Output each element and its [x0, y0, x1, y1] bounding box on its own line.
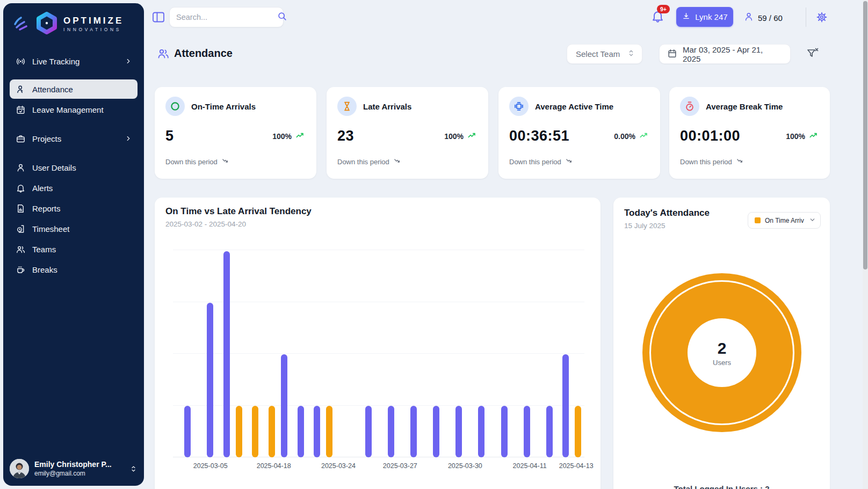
trend-down-icon: [565, 156, 574, 167]
donut-center-label: Users: [713, 359, 731, 367]
date-range-picker[interactable]: Mar 03, 2025 - Apr 21, 2025: [659, 44, 791, 64]
bar-on_time: [524, 406, 530, 457]
notifications-badge: 9+: [657, 5, 670, 13]
trend-up-icon: [295, 130, 306, 142]
chevron-right-icon: [125, 57, 132, 65]
page-scrollbar-thumb[interactable]: [863, 1, 867, 269]
sidebar-item-alerts[interactable]: Alerts: [10, 178, 138, 198]
sidebar-item-user-details[interactable]: User Details: [10, 158, 138, 177]
chevron-right-icon: [125, 135, 132, 142]
stat-delta: 100%: [444, 132, 464, 141]
stat-card-on-time-arrivals: On-Time Arrivals 5 100% Down this period: [155, 87, 316, 179]
x-tick-label: 2025-03-30: [448, 462, 482, 470]
sidebar-item-reports[interactable]: Reports: [10, 199, 138, 218]
bar-on_time: [433, 406, 439, 457]
teams-icon: [15, 244, 26, 254]
profile-menu[interactable]: Emily Christopher P... emily@gmail.com: [10, 459, 138, 478]
stat-title: On-Time Arrivals: [191, 102, 256, 111]
trend-down-icon: [221, 156, 230, 167]
ring-circle-icon: [165, 97, 185, 116]
donut-center: 2 Users: [688, 318, 756, 387]
lynk-button-label: Lynk 247: [695, 12, 727, 21]
bar-group: [290, 406, 312, 457]
bar-on_time: [478, 406, 484, 457]
bar-on_time: [314, 406, 320, 457]
stat-delta: 0.00%: [614, 132, 635, 141]
sidebar-item-leave-management[interactable]: Leave Management: [10, 100, 138, 119]
bar-late: [326, 406, 332, 457]
bar-group: [266, 354, 289, 457]
sidebar-item-timesheet[interactable]: Timesheet: [10, 219, 138, 238]
bar-group: [176, 406, 199, 457]
donut-center-value: 2: [718, 339, 727, 357]
coffee-icon: [15, 264, 26, 275]
attendance-donut-chart: 2 Users: [642, 273, 801, 432]
sidebar-toggle-icon[interactable]: [152, 11, 165, 23]
lynk-download-button[interactable]: Lynk 247: [676, 7, 733, 27]
settings-gear-icon[interactable]: [815, 11, 828, 24]
sidebar-item-projects[interactable]: Projects: [10, 129, 138, 148]
sidebar-item-label: Teams: [32, 245, 56, 254]
sidebar-item-label: User Details: [32, 163, 76, 172]
stat-delta: 100%: [272, 132, 292, 141]
chart-subtitle: 2025-03-02 - 2025-04-20: [165, 220, 246, 228]
bar-group: [538, 406, 561, 457]
trend-up-icon: [639, 130, 649, 142]
search-input[interactable]: [176, 13, 277, 21]
chevron-up-down-icon: [627, 48, 635, 60]
bar-on_time: [546, 406, 553, 457]
search-icon[interactable]: [277, 11, 288, 24]
sidebar-item-attendance[interactable]: Attendance: [10, 79, 138, 99]
team-select-dropdown[interactable]: Select Team: [567, 44, 642, 64]
sidebar-item-label: Leave Management: [32, 105, 104, 114]
profile-name: Emily Christopher P...: [34, 460, 112, 469]
brand-logo: OPTIMIZE INNOVATIONS: [3, 3, 144, 42]
sidebar-item-breaks[interactable]: Breaks: [10, 260, 138, 279]
donut-legend-dropdown[interactable]: On Time Arriv: [748, 212, 821, 229]
stat-footer: Down this period: [680, 158, 732, 166]
bar-on_time: [455, 406, 462, 457]
sidebar-item-label: Timesheet: [32, 224, 69, 233]
attendance-dashboard: OPTIMIZE INNOVATIONS Live Tracking: [0, 0, 868, 489]
stat-value: 23: [337, 128, 354, 144]
today-date: 15 July 2025: [624, 222, 666, 230]
stat-title: Late Arrivals: [363, 102, 411, 111]
bar-on_time: [501, 406, 508, 457]
stat-footer: Down this period: [337, 158, 389, 166]
brand-mark-icon: [12, 14, 30, 34]
bar-group: [493, 406, 516, 457]
hourglass-icon: [337, 97, 357, 116]
layers-icon: [509, 97, 529, 116]
bar-group: [312, 406, 335, 457]
stat-footer: Down this period: [165, 158, 218, 166]
stat-value: 5: [165, 128, 174, 144]
stat-card-late-arrivals: Late Arrivals 23 100% Down this period: [327, 87, 488, 179]
bar-group: [357, 406, 380, 457]
attendance-group-icon: [157, 47, 170, 60]
clear-filter-icon[interactable]: [806, 46, 820, 60]
chevron-up-down-icon: [129, 464, 138, 473]
bar-group: [470, 406, 493, 457]
report-icon: [15, 203, 26, 214]
x-axis-labels: 2025-03-052025-04-182025-03-242025-03-27…: [173, 462, 584, 472]
sidebar-item-live-tracking[interactable]: Live Tracking: [10, 52, 138, 71]
page-title: Attendance: [174, 47, 233, 60]
stat-title: Average Break Time: [706, 102, 783, 111]
stat-footer: Down this period: [509, 158, 561, 166]
topbar-divider: [806, 8, 806, 27]
bar-group: [402, 406, 425, 457]
bar-on_time: [281, 354, 287, 457]
sidebar-item-teams[interactable]: Teams: [10, 239, 138, 259]
bar-late: [252, 406, 258, 457]
bar-group: [425, 406, 447, 457]
bar-chart-plot: [176, 236, 583, 457]
brand-line1: OPTIMIZE: [63, 16, 124, 26]
broadcast-icon: [15, 56, 26, 67]
bar-group: [516, 406, 538, 457]
brand-line2: INNOVATIONS: [63, 27, 124, 32]
bar-group: [221, 251, 244, 457]
notifications-bell-icon[interactable]: 9+: [650, 9, 667, 25]
bar-group: [380, 406, 402, 457]
avatar: [10, 459, 29, 478]
stat-value: 00:36:51: [509, 128, 569, 144]
